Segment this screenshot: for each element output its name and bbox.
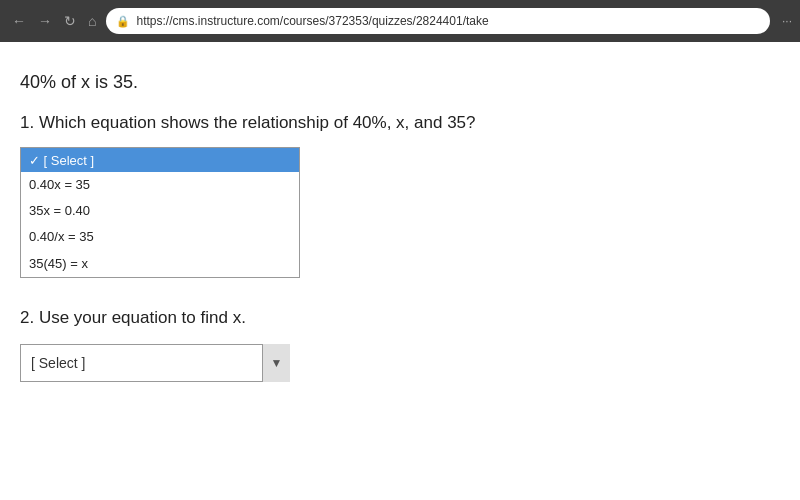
question-2-select[interactable]: [ Select ] xyxy=(20,344,290,382)
problem-statement: 40% of x is 35. xyxy=(20,72,780,93)
home-button[interactable]: ⌂ xyxy=(84,11,100,31)
forward-button[interactable]: → xyxy=(34,11,56,31)
dropdown-1-options: 0.40x = 35 35x = 0.40 0.40/x = 35 35(45)… xyxy=(21,172,299,277)
refresh-button[interactable]: ↻ xyxy=(60,11,80,31)
question-1-dropdown[interactable]: ✓ [ Select ] 0.40x = 35 35x = 0.40 0.40/… xyxy=(20,147,300,278)
lock-icon: 🔒 xyxy=(116,15,130,28)
nav-buttons: ← → ↻ ⌂ xyxy=(8,11,100,31)
browser-actions: ··· xyxy=(782,14,792,28)
question-2-label: 2. Use your equation to find x. xyxy=(20,308,780,328)
page-content: 40% of x is 35. 1. Which equation shows … xyxy=(0,42,800,402)
more-button[interactable]: ··· xyxy=(782,14,792,28)
dropdown-1-option-4[interactable]: 35(45) = x xyxy=(21,251,299,277)
address-bar[interactable]: 🔒 https://cms.instructure.com/courses/37… xyxy=(106,8,770,34)
dropdown-1-option-3[interactable]: 0.40/x = 35 xyxy=(21,224,299,250)
dropdown-1-selected[interactable]: ✓ [ Select ] xyxy=(21,148,299,172)
back-button[interactable]: ← xyxy=(8,11,30,31)
browser-chrome: ← → ↻ ⌂ 🔒 https://cms.instructure.com/co… xyxy=(0,0,800,42)
dropdown-1-option-2[interactable]: 35x = 0.40 xyxy=(21,198,299,224)
dropdown-1-option-1[interactable]: 0.40x = 35 xyxy=(21,172,299,198)
question-2-select-wrapper: [ Select ] ▼ xyxy=(20,344,290,382)
dropdown-2-arrow[interactable]: ▼ xyxy=(262,344,290,382)
url-text: https://cms.instructure.com/courses/3723… xyxy=(136,14,488,28)
question-1-label: 1. Which equation shows the relationship… xyxy=(20,113,780,133)
